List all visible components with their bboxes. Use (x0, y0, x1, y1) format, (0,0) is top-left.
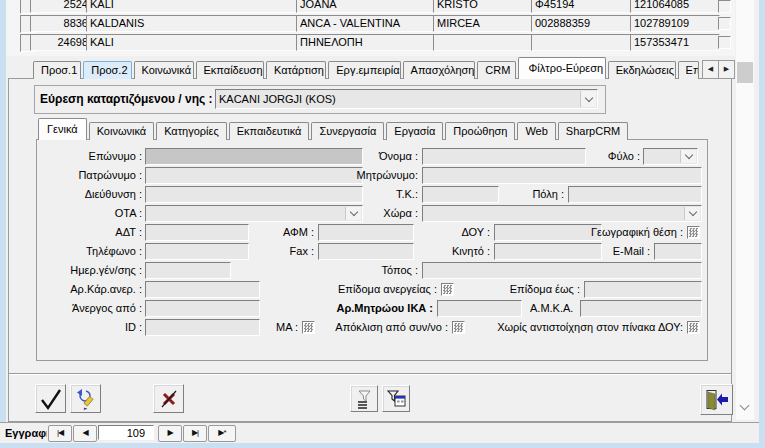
cancel-button[interactable] (153, 384, 184, 413)
chevron-down-icon[interactable] (680, 150, 696, 163)
tab-katigories[interactable]: Κατηγορίες (156, 122, 227, 140)
grid-row-checkbox[interactable] (718, 17, 731, 30)
grid-cell-first-name[interactable]: ANCA - VALENTINA (296, 15, 439, 32)
grid-row-checkbox[interactable] (718, 36, 731, 49)
postal-code-field[interactable] (422, 186, 499, 203)
grid-cell-father-name[interactable]: MIRCEA (433, 15, 537, 32)
ika-registry-field[interactable] (437, 300, 522, 317)
grid-cell-registry-no[interactable]: 121064085 (630, 0, 720, 13)
tab-scroll-left-button[interactable]: ◀ (702, 60, 719, 79)
confirm-button[interactable] (35, 384, 66, 413)
grid-cell-father-name[interactable] (433, 34, 537, 51)
tab-katartisi[interactable]: Κατάρτιση (266, 61, 326, 79)
unemployment-card-field[interactable] (145, 281, 260, 298)
tab-epikoinonia[interactable]: Επικ (678, 61, 699, 79)
scrollbar-down-icon[interactable] (740, 401, 750, 411)
search-label: Εύρεση καταρτιζόμενου / νης : (40, 91, 212, 108)
tab-synergasia[interactable]: Συνεργασία (311, 122, 384, 140)
grid-cell-surname[interactable]: KALDANIS (86, 15, 302, 32)
last-record-button[interactable]: ▶| (183, 425, 207, 442)
exit-button[interactable] (700, 384, 733, 415)
tab-ekpaideysi[interactable]: Εκπαίδευση (196, 61, 264, 79)
search-trainee-combobox[interactable]: KACANI JORGJI (KOS) (215, 89, 598, 109)
amka-field[interactable] (580, 300, 702, 317)
address-field[interactable] (145, 186, 363, 203)
deviation-checkbox[interactable] (452, 321, 465, 334)
unemployment-benefit-checkbox[interactable] (441, 283, 454, 296)
grid-cell-identity-doc[interactable]: Φ45194 (531, 0, 636, 13)
tab-pros1[interactable]: Προσ.1 (33, 61, 81, 79)
grid-cell-identity-doc[interactable]: 002888359 (531, 15, 636, 32)
tab-ekdiloseis[interactable]: Εκδηλώσεις (608, 61, 676, 79)
id-field[interactable] (145, 319, 260, 336)
tab-koinonika-inner[interactable]: Κοινωνικά (89, 122, 155, 140)
tab-apasxolisi[interactable]: Απασχόληση (403, 61, 476, 79)
grid-cell-first-name[interactable]: ΠΗΝΕΛΟΠΗ (296, 34, 439, 51)
tab-erg-empeiria[interactable]: Εργ.εμπειρία (328, 61, 400, 79)
city-field[interactable] (568, 186, 702, 203)
filter-list-button[interactable] (350, 385, 378, 412)
benefit-until-field[interactable] (584, 281, 702, 298)
birth-place-field[interactable] (422, 262, 702, 279)
next-record-button[interactable]: ▶ (158, 425, 182, 442)
vertical-scrollbar[interactable] (736, 0, 754, 420)
tab-ekpaideytika[interactable]: Εκπαιδευτικά (229, 122, 310, 140)
ota-combobox[interactable] (145, 205, 363, 222)
benefit-until-label: Επίδομα έως : (500, 281, 580, 298)
afm-field[interactable] (318, 224, 414, 241)
geo-location-label: Γεωγραφική θέση : (565, 224, 683, 241)
grid-cell-id[interactable]: 8836 (30, 15, 92, 32)
new-record-button[interactable]: ▶* (208, 425, 236, 442)
grid-cell-registry-no[interactable]: 157353471 (630, 34, 720, 51)
chevron-right-icon: ▶ (724, 65, 729, 72)
undo-button[interactable] (70, 384, 101, 413)
toolbar-separator (9, 373, 731, 375)
fax-field[interactable] (318, 243, 414, 260)
first-record-button[interactable]: |◀ (48, 425, 72, 442)
tab-web[interactable]: Web (517, 122, 555, 140)
mother-name-field[interactable] (422, 167, 702, 184)
identity-card-field[interactable] (145, 224, 249, 241)
tab-proothisi[interactable]: Προώθηση (445, 122, 515, 140)
tab-ergasia[interactable]: Εργασία (386, 122, 443, 140)
grid-cell-registry-no[interactable]: 102789109 (630, 15, 720, 32)
grid-cell-identity-doc[interactable] (531, 34, 636, 51)
previous-record-button[interactable]: ◀ (73, 425, 97, 442)
grid-cell-first-name[interactable]: JOANA (296, 0, 439, 13)
surname-field[interactable] (145, 148, 363, 165)
tab-koinonika[interactable]: Κοινωνικά (134, 61, 194, 79)
unemployed-since-field[interactable] (145, 300, 260, 317)
mobile-field[interactable] (494, 243, 602, 260)
filter-form-button[interactable] (382, 385, 410, 412)
check-icon (39, 387, 63, 411)
tab-crm[interactable]: CRM (477, 61, 515, 79)
first-name-field[interactable] (422, 148, 586, 165)
tab-filtro-eyresi[interactable]: Φίλτρο-Εύρεση (518, 57, 606, 79)
chevron-down-icon[interactable] (345, 207, 361, 220)
grid-cell-id[interactable]: 24698 (30, 34, 92, 51)
scrollbar-thumb[interactable] (737, 62, 753, 83)
chevron-down-icon[interactable] (580, 91, 596, 107)
grid-cell-id[interactable]: 2524 (30, 0, 92, 13)
record-number-input[interactable] (98, 425, 154, 440)
grid-row-checkbox[interactable] (718, 0, 731, 13)
email-label: E-Mail : (600, 243, 650, 260)
tab-sharpcrm[interactable]: SharpCRM (558, 122, 628, 140)
tab-pros2[interactable]: Προσ.2 (83, 61, 131, 79)
geo-location-checkbox[interactable] (687, 226, 700, 239)
father-name-field[interactable] (145, 167, 363, 184)
no-doy-match-checkbox[interactable] (687, 321, 700, 334)
grid-cell-surname[interactable]: KALI (86, 34, 302, 51)
phone-field[interactable] (145, 243, 249, 260)
birth-place-label: Τόπος : (368, 262, 418, 279)
country-combobox[interactable] (422, 205, 702, 222)
sex-combobox[interactable] (643, 148, 698, 165)
tab-scroll-right-button[interactable]: ▶ (718, 60, 735, 79)
grid-cell-surname[interactable]: KALI (86, 0, 302, 13)
birth-date-field[interactable] (145, 262, 231, 279)
ma-checkbox[interactable] (302, 321, 315, 334)
tab-genika[interactable]: Γενικά (38, 118, 87, 140)
grid-cell-father-name[interactable]: KRISTO (433, 0, 537, 13)
email-field[interactable] (654, 243, 702, 260)
chevron-down-icon[interactable] (684, 207, 700, 220)
